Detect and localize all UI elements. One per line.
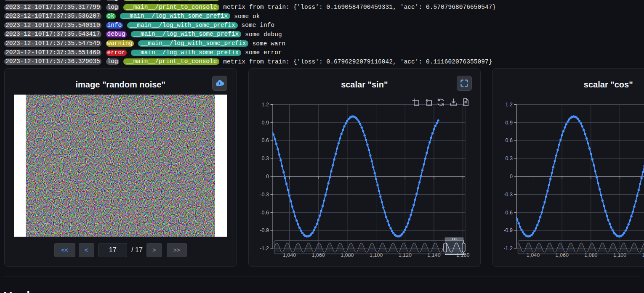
svg-text:0.6: 0.6 xyxy=(261,137,269,143)
svg-text:0: 0 xyxy=(266,174,269,179)
svg-text:1,120: 1,120 xyxy=(398,252,411,258)
svg-text:1,080: 1,080 xyxy=(584,252,597,258)
svg-text:1.2: 1.2 xyxy=(506,102,513,108)
svg-text:-0.3: -0.3 xyxy=(260,192,269,198)
svg-text:-1.2: -1.2 xyxy=(503,245,513,251)
svg-text:0: 0 xyxy=(510,174,513,179)
svg-text:1,060: 1,060 xyxy=(556,252,569,258)
svg-text:1,100: 1,100 xyxy=(369,252,382,258)
svg-text:1,040: 1,040 xyxy=(527,252,540,258)
svg-text:0.3: 0.3 xyxy=(506,156,513,161)
svg-text:1,040: 1,040 xyxy=(282,252,295,258)
svg-text:-0.9: -0.9 xyxy=(503,227,513,233)
svg-text:-0.9: -0.9 xyxy=(260,227,269,233)
svg-text:1,120: 1,120 xyxy=(642,252,644,258)
svg-text:1.2: 1.2 xyxy=(261,102,269,108)
svg-text:-1.2: -1.2 xyxy=(260,245,269,251)
svg-text:1,140: 1,140 xyxy=(427,252,440,258)
svg-text:1,060: 1,060 xyxy=(311,252,325,258)
svg-text:-0.6: -0.6 xyxy=(260,210,269,216)
svg-text:-0.3: -0.3 xyxy=(503,192,513,198)
svg-text:0.6: 0.6 xyxy=(506,137,513,143)
svg-text:0.9: 0.9 xyxy=(261,120,269,126)
svg-text:1,100: 1,100 xyxy=(613,252,626,258)
svg-text:-0.6: -0.6 xyxy=(503,210,513,216)
svg-text:1,080: 1,080 xyxy=(341,252,354,258)
svg-text:0.3: 0.3 xyxy=(261,156,269,161)
svg-text:0.9: 0.9 xyxy=(506,120,513,126)
